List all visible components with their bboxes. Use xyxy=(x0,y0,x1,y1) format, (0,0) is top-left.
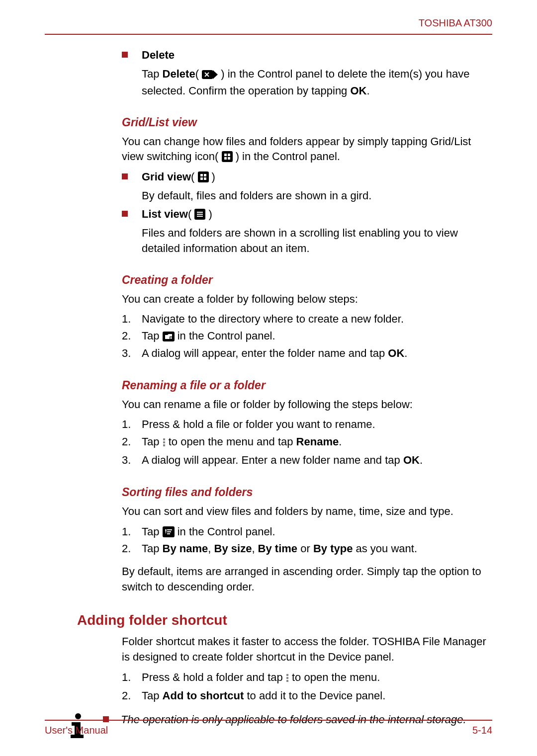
svg-marker-1 xyxy=(213,70,218,79)
svg-rect-19 xyxy=(163,441,165,443)
bullet-square-icon xyxy=(122,52,128,58)
grid-switch-icon xyxy=(222,151,233,162)
bullet-square-icon xyxy=(122,211,128,217)
svg-rect-18 xyxy=(163,438,165,440)
list-view-icon xyxy=(194,209,205,220)
bullet-gridview: Grid view( ) By default, files and folde… xyxy=(122,170,492,204)
list-item: 1.Press & hold a folder and tap to open … xyxy=(122,669,492,687)
svg-rect-27 xyxy=(286,680,288,682)
svg-rect-22 xyxy=(167,531,171,532)
sort-icon xyxy=(163,526,175,537)
sort-intro: You can sort and view files and folders … xyxy=(122,504,492,519)
sort-outro: By default, items are arranged in ascend… xyxy=(122,564,492,595)
grid-view-icon xyxy=(198,171,209,182)
svg-rect-7 xyxy=(228,157,230,160)
list-item: 2.Tap Add to shortcut to add it to the D… xyxy=(122,687,492,704)
footer-right: 5-14 xyxy=(472,725,492,736)
shortcut-steps: 1.Press & hold a folder and tap to open … xyxy=(122,669,492,704)
svg-rect-23 xyxy=(167,533,170,534)
list-item: 3.A dialog will appear. Enter a new fold… xyxy=(122,452,492,469)
header-product: TOSHIBA AT300 xyxy=(45,17,492,29)
svg-rect-4 xyxy=(224,154,227,156)
svg-rect-12 xyxy=(197,212,203,213)
svg-rect-20 xyxy=(163,444,165,446)
svg-rect-6 xyxy=(224,157,227,160)
heading-sort: Sorting files and folders xyxy=(122,486,492,499)
heading-shortcut: Adding folder shortcut xyxy=(77,612,492,628)
delete-title: Delete xyxy=(142,49,175,61)
shortcut-intro: Folder shortcut makes it faster to acces… xyxy=(122,634,492,665)
list-item: 1.Navigate to the directory where to cre… xyxy=(122,311,492,328)
bullet-square-icon xyxy=(122,173,128,179)
footer-left: User's Manual xyxy=(45,725,108,736)
create-intro: You can create a folder by following bel… xyxy=(122,292,492,307)
delete-tag-icon xyxy=(202,68,218,84)
svg-rect-11 xyxy=(204,177,206,180)
svg-rect-8 xyxy=(200,174,203,176)
heading-gridlist: Grid/List view xyxy=(122,116,492,129)
list-item: 1.Press & hold a file or folder you want… xyxy=(122,416,492,433)
listview-label: List view xyxy=(142,208,188,220)
svg-rect-21 xyxy=(167,529,172,530)
rename-intro: You can rename a file or folder by follo… xyxy=(122,397,492,413)
svg-rect-10 xyxy=(200,177,203,180)
gridview-label: Grid view xyxy=(142,170,191,183)
svg-rect-5 xyxy=(228,154,230,156)
create-steps: 1.Navigate to the directory where to cre… xyxy=(122,311,492,361)
footer: User's Manual 5-14 xyxy=(45,720,492,736)
footer-rule xyxy=(45,720,492,721)
svg-rect-25 xyxy=(286,674,288,676)
listview-body: Files and folders are shown in a scrolli… xyxy=(142,226,492,256)
list-item: 2.Tap in the Control panel. xyxy=(122,328,492,344)
svg-rect-14 xyxy=(197,216,203,217)
page: TOSHIBA AT300 Delete Tap Delete( ) in th… xyxy=(0,0,537,756)
list-item: 2.Tap By name, By size, By time or By ty… xyxy=(122,540,492,557)
sort-steps: 1.Tap in the Control panel. 2.Tap By nam… xyxy=(122,523,492,557)
bullet-delete: Delete Tap Delete( ) in the Control pane… xyxy=(122,49,492,99)
heading-create: Creating a folder xyxy=(122,273,492,287)
gridlist-intro: You can change how files and folders app… xyxy=(122,134,492,165)
svg-rect-13 xyxy=(197,214,203,215)
svg-rect-26 xyxy=(286,677,288,679)
svg-rect-9 xyxy=(204,174,206,176)
svg-marker-24 xyxy=(165,529,167,534)
list-item: 1.Tap in the Control panel. xyxy=(122,523,492,540)
list-item: 3.A dialog will appear, enter the folder… xyxy=(122,345,492,362)
list-item: 2.Tap to open the menu and tap Rename. xyxy=(122,433,492,452)
gridview-body: By default, files and folders are shown … xyxy=(142,188,371,204)
svg-point-28 xyxy=(75,713,81,719)
delete-body: Tap Delete( ) in the Control panel to de… xyxy=(142,67,492,99)
content-area: Delete Tap Delete( ) in the Control pane… xyxy=(122,49,492,742)
header-rule xyxy=(45,34,492,35)
rename-steps: 1.Press & hold a file or folder you want… xyxy=(122,416,492,468)
heading-rename: Renaming a file or a folder xyxy=(122,379,492,392)
new-folder-icon xyxy=(163,332,175,341)
bullet-listview: List view( ) Files and folders are shown… xyxy=(122,208,492,256)
